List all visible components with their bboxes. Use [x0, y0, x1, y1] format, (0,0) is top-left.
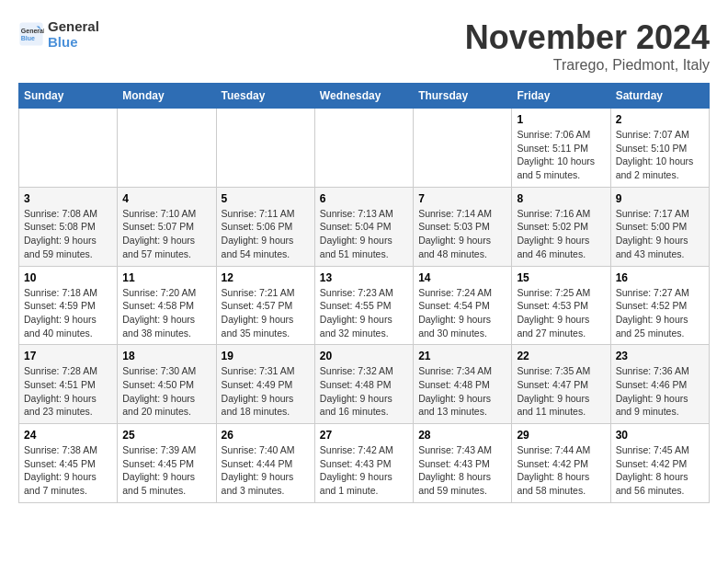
- day-info: Sunrise: 7:32 AMSunset: 4:48 PMDaylight:…: [320, 364, 408, 419]
- day-info: Sunrise: 7:17 AMSunset: 5:00 PMDaylight:…: [616, 207, 704, 261]
- calendar-cell: 16Sunrise: 7:27 AMSunset: 4:52 PMDayligh…: [610, 266, 709, 345]
- day-number: 6: [320, 192, 408, 205]
- day-number: 14: [418, 271, 506, 284]
- calendar-cell: 19Sunrise: 7:31 AMSunset: 4:49 PMDayligh…: [216, 345, 314, 424]
- day-info: Sunrise: 7:44 AMSunset: 4:42 PMDaylight:…: [517, 443, 605, 498]
- calendar-cell: [314, 109, 413, 188]
- day-number: 27: [320, 429, 408, 442]
- day-number: 3: [24, 192, 112, 205]
- calendar-cell: 30Sunrise: 7:45 AMSunset: 4:42 PMDayligh…: [610, 424, 709, 503]
- calendar-cell: 18Sunrise: 7:30 AMSunset: 4:50 PMDayligh…: [118, 345, 216, 424]
- logo: General Blue General Blue: [18, 18, 99, 51]
- day-info: Sunrise: 7:23 AMSunset: 4:55 PMDaylight:…: [320, 286, 408, 340]
- day-info: Sunrise: 7:27 AMSunset: 4:52 PMDaylight:…: [616, 286, 704, 340]
- day-info: Sunrise: 7:11 AMSunset: 5:06 PMDaylight:…: [222, 207, 310, 261]
- day-number: 16: [616, 271, 704, 284]
- calendar-cell: 9Sunrise: 7:17 AMSunset: 5:00 PMDaylight…: [610, 187, 709, 266]
- calendar-cell: 8Sunrise: 7:16 AMSunset: 5:02 PMDaylight…: [512, 187, 610, 266]
- calendar-cell: 3Sunrise: 7:08 AMSunset: 5:08 PMDaylight…: [19, 187, 118, 266]
- calendar-cell: 24Sunrise: 7:38 AMSunset: 4:45 PMDayligh…: [19, 424, 118, 503]
- calendar-cell: 26Sunrise: 7:40 AMSunset: 4:44 PMDayligh…: [216, 424, 314, 503]
- calendar-week-3: 10Sunrise: 7:18 AMSunset: 4:59 PMDayligh…: [19, 266, 710, 345]
- day-number: 1: [517, 113, 605, 126]
- header-saturday: Saturday: [610, 84, 709, 109]
- logo-line2: Blue: [48, 34, 99, 50]
- calendar-cell: 6Sunrise: 7:13 AMSunset: 5:04 PMDaylight…: [314, 187, 413, 266]
- calendar-cell: 10Sunrise: 7:18 AMSunset: 4:59 PMDayligh…: [19, 266, 118, 345]
- day-info: Sunrise: 7:24 AMSunset: 4:54 PMDaylight:…: [418, 286, 506, 340]
- page-header: General Blue General Blue November 2024 …: [18, 18, 710, 74]
- day-info: Sunrise: 7:38 AMSunset: 4:45 PMDaylight:…: [24, 443, 112, 498]
- calendar-cell: 25Sunrise: 7:39 AMSunset: 4:45 PMDayligh…: [118, 424, 216, 503]
- svg-rect-0: [19, 23, 42, 46]
- calendar-cell: 4Sunrise: 7:10 AMSunset: 5:07 PMDaylight…: [118, 187, 216, 266]
- day-info: Sunrise: 7:36 AMSunset: 4:46 PMDaylight:…: [616, 364, 704, 419]
- day-info: Sunrise: 7:06 AMSunset: 5:11 PMDaylight:…: [517, 128, 605, 182]
- calendar-cell: 27Sunrise: 7:42 AMSunset: 4:43 PMDayligh…: [314, 424, 413, 503]
- day-number: 15: [517, 271, 605, 284]
- day-info: Sunrise: 7:16 AMSunset: 5:02 PMDaylight:…: [517, 207, 605, 261]
- day-number: 8: [517, 192, 605, 205]
- header-friday: Friday: [512, 84, 610, 109]
- calendar-cell: 12Sunrise: 7:21 AMSunset: 4:57 PMDayligh…: [216, 266, 314, 345]
- calendar-cell: 22Sunrise: 7:35 AMSunset: 4:47 PMDayligh…: [512, 345, 610, 424]
- day-number: 5: [222, 192, 310, 205]
- day-info: Sunrise: 7:35 AMSunset: 4:47 PMDaylight:…: [517, 364, 605, 419]
- day-number: 7: [418, 192, 506, 205]
- calendar-cell: 20Sunrise: 7:32 AMSunset: 4:48 PMDayligh…: [314, 345, 413, 424]
- day-info: Sunrise: 7:42 AMSunset: 4:43 PMDaylight:…: [320, 443, 408, 498]
- calendar-cell: [414, 109, 512, 188]
- day-number: 29: [517, 429, 605, 442]
- calendar-week-2: 3Sunrise: 7:08 AMSunset: 5:08 PMDaylight…: [19, 187, 710, 266]
- calendar-week-1: 1Sunrise: 7:06 AMSunset: 5:11 PMDaylight…: [19, 109, 710, 188]
- calendar-week-4: 17Sunrise: 7:28 AMSunset: 4:51 PMDayligh…: [19, 345, 710, 424]
- svg-text:General: General: [21, 28, 44, 34]
- day-info: Sunrise: 7:39 AMSunset: 4:45 PMDaylight:…: [122, 443, 210, 498]
- header-sunday: Sunday: [19, 84, 118, 109]
- calendar-cell: 13Sunrise: 7:23 AMSunset: 4:55 PMDayligh…: [314, 266, 413, 345]
- header-thursday: Thursday: [414, 84, 512, 109]
- calendar-cell: 7Sunrise: 7:14 AMSunset: 5:03 PMDaylight…: [414, 187, 512, 266]
- day-number: 20: [320, 350, 408, 362]
- day-info: Sunrise: 7:13 AMSunset: 5:04 PMDaylight:…: [320, 207, 408, 261]
- day-info: Sunrise: 7:07 AMSunset: 5:10 PMDaylight:…: [616, 128, 704, 182]
- day-number: 18: [122, 350, 210, 362]
- calendar-cell: 5Sunrise: 7:11 AMSunset: 5:06 PMDaylight…: [216, 187, 314, 266]
- day-info: Sunrise: 7:28 AMSunset: 4:51 PMDaylight:…: [24, 364, 112, 419]
- day-number: 4: [122, 192, 210, 205]
- day-number: 22: [517, 350, 605, 362]
- month-title: November 2024: [465, 18, 710, 57]
- calendar-table: SundayMondayTuesdayWednesdayThursdayFrid…: [18, 83, 710, 503]
- day-info: Sunrise: 7:21 AMSunset: 4:57 PMDaylight:…: [222, 286, 310, 340]
- calendar-cell: 1Sunrise: 7:06 AMSunset: 5:11 PMDaylight…: [512, 109, 610, 188]
- day-info: Sunrise: 7:43 AMSunset: 4:43 PMDaylight:…: [418, 443, 506, 498]
- day-number: 28: [418, 429, 506, 442]
- day-info: Sunrise: 7:20 AMSunset: 4:58 PMDaylight:…: [122, 286, 210, 340]
- calendar-cell: 21Sunrise: 7:34 AMSunset: 4:48 PMDayligh…: [414, 345, 512, 424]
- header-tuesday: Tuesday: [216, 84, 314, 109]
- calendar-cell: [216, 109, 314, 188]
- day-info: Sunrise: 7:34 AMSunset: 4:48 PMDaylight:…: [418, 364, 506, 419]
- calendar-cell: 2Sunrise: 7:07 AMSunset: 5:10 PMDaylight…: [610, 109, 709, 188]
- day-number: 30: [616, 429, 704, 442]
- header-monday: Monday: [118, 84, 216, 109]
- day-info: Sunrise: 7:14 AMSunset: 5:03 PMDaylight:…: [418, 207, 506, 261]
- calendar-cell: 23Sunrise: 7:36 AMSunset: 4:46 PMDayligh…: [610, 345, 709, 424]
- day-number: 24: [24, 429, 112, 442]
- day-info: Sunrise: 7:45 AMSunset: 4:42 PMDaylight:…: [616, 443, 704, 498]
- day-info: Sunrise: 7:31 AMSunset: 4:49 PMDaylight:…: [222, 364, 310, 419]
- logo-line1: General: [48, 18, 99, 34]
- day-number: 10: [24, 271, 112, 284]
- calendar-cell: 29Sunrise: 7:44 AMSunset: 4:42 PMDayligh…: [512, 424, 610, 503]
- day-info: Sunrise: 7:25 AMSunset: 4:53 PMDaylight:…: [517, 286, 605, 340]
- header-wednesday: Wednesday: [314, 84, 413, 109]
- day-number: 13: [320, 271, 408, 284]
- day-info: Sunrise: 7:18 AMSunset: 4:59 PMDaylight:…: [24, 286, 112, 340]
- day-info: Sunrise: 7:30 AMSunset: 4:50 PMDaylight:…: [122, 364, 210, 419]
- calendar-cell: [118, 109, 216, 188]
- calendar-cell: 14Sunrise: 7:24 AMSunset: 4:54 PMDayligh…: [414, 266, 512, 345]
- svg-text:Blue: Blue: [21, 35, 35, 41]
- day-number: 12: [222, 271, 310, 284]
- day-number: 11: [122, 271, 210, 284]
- day-info: Sunrise: 7:40 AMSunset: 4:44 PMDaylight:…: [222, 443, 310, 498]
